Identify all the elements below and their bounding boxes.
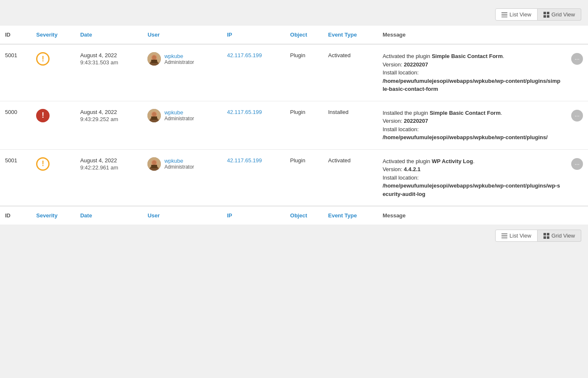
username: wpkube [164, 109, 194, 116]
table-body: 5001 ! August 4, 2022 9:43:31.503 am [0, 44, 588, 206]
bottom-grid-view-label: Grid View [551, 233, 575, 239]
svg-rect-25 [501, 237, 507, 238]
footer-col-header-user: User [142, 206, 222, 225]
row-message: Installed the plugin Simple Basic Contac… [378, 101, 566, 149]
bottom-toolbar: List View Grid View [0, 225, 588, 245]
svg-rect-28 [547, 233, 549, 235]
severity-icon-red: ! [36, 109, 50, 122]
bottom-list-view-button[interactable]: List View [495, 230, 538, 242]
grid-view-button[interactable]: Grid View [538, 8, 581, 21]
col-header-ip: IP [222, 26, 285, 44]
severity-icon-orange: ! [36, 157, 50, 171]
svg-rect-3 [501, 17, 507, 18]
table-row: 5000 ! August 4, 2022 9:43:29.252 am [0, 101, 588, 149]
svg-rect-17 [151, 116, 157, 120]
user-role: Administrator [164, 164, 194, 170]
col-header-actions [566, 26, 588, 44]
activity-log-table: ID Severity Date User IP Object Event Ty… [0, 26, 588, 225]
svg-rect-2 [501, 16, 507, 16]
avatar [147, 109, 161, 122]
col-header-date: Date [75, 26, 142, 44]
table-row: 5001 ! August 4, 2022 9:43:31.503 am [0, 44, 588, 101]
svg-point-15 [152, 112, 156, 116]
more-options-button[interactable]: ··· [571, 110, 583, 122]
svg-rect-4 [543, 12, 546, 14]
list-view-button[interactable]: List View [495, 8, 538, 21]
row-event-type: Activated [323, 44, 378, 101]
footer-col-header-severity: Severity [31, 206, 75, 225]
svg-rect-26 [501, 238, 507, 239]
bottom-grid-view-icon [543, 233, 549, 239]
avatar [147, 157, 161, 171]
row-actions: ··· [566, 149, 588, 206]
grid-view-icon [543, 12, 549, 18]
footer-col-header-message: Message [378, 206, 566, 225]
footer-col-header-object: Object [285, 206, 323, 225]
row-user: wpkube Administrator [142, 44, 222, 101]
table-header: ID Severity Date User IP Object Event Ty… [0, 26, 588, 44]
svg-point-10 [152, 56, 156, 60]
row-event-type: Activated [323, 149, 378, 206]
svg-rect-5 [547, 12, 549, 14]
svg-rect-0 [501, 12, 507, 13]
row-date: August 4, 2022 9:42:22.961 am [75, 149, 142, 206]
ellipsis-icon: ··· [575, 112, 580, 119]
col-header-user: User [142, 26, 222, 44]
col-header-event-type: Event Type [323, 26, 378, 44]
row-user: wpkube Administrator [142, 149, 222, 206]
svg-rect-1 [501, 14, 507, 15]
svg-rect-27 [543, 233, 546, 235]
username: wpkube [164, 158, 194, 164]
footer-col-header-actions [566, 206, 588, 225]
top-toolbar: List View Grid View [0, 5, 588, 26]
footer-col-header-event-type: Event Type [323, 206, 378, 225]
svg-rect-22 [151, 165, 157, 168]
page-wrapper: List View Grid View ID Severity Date [0, 0, 588, 378]
svg-rect-24 [501, 235, 507, 236]
more-options-button[interactable]: ··· [571, 53, 583, 65]
bottom-list-view-icon [501, 233, 507, 239]
svg-rect-6 [543, 15, 546, 18]
row-object: Plugin [285, 101, 323, 149]
col-header-severity: Severity [31, 26, 75, 44]
view-toggle: List View Grid View [495, 8, 581, 21]
row-id: 5000 [0, 101, 31, 149]
ellipsis-icon: ··· [575, 56, 580, 62]
row-user: wpkube Administrator [142, 101, 222, 149]
row-actions: ··· [566, 44, 588, 101]
grid-view-label: Grid View [551, 11, 575, 18]
row-message: Activated the plugin Simple Basic Contac… [378, 44, 566, 101]
row-ip: 42.117.65.199 [222, 44, 285, 101]
col-header-message: Message [378, 26, 566, 44]
svg-rect-7 [547, 15, 549, 18]
list-view-label: List View [509, 11, 531, 18]
svg-rect-29 [543, 236, 546, 239]
row-id: 5001 [0, 44, 31, 101]
row-actions: ··· [566, 101, 588, 149]
row-ip: 42.117.65.199 [222, 149, 285, 206]
bottom-grid-view-button[interactable]: Grid View [538, 230, 581, 242]
col-header-id: ID [0, 26, 31, 44]
avatar [147, 52, 161, 66]
row-message: Activated the plugin WP Activity Log. Ve… [378, 149, 566, 206]
more-options-button[interactable]: ··· [571, 158, 583, 170]
user-role: Administrator [164, 116, 194, 122]
svg-rect-12 [151, 60, 157, 63]
table-row: 5001 ! August 4, 2022 9:42:22.961 am [0, 149, 588, 206]
username: wpkube [164, 53, 194, 59]
ellipsis-icon: ··· [575, 161, 580, 167]
row-severity: ! [31, 44, 75, 101]
bottom-view-toggle: List View Grid View [495, 230, 581, 242]
user-role: Administrator [164, 59, 194, 65]
footer-col-header-date: Date [75, 206, 142, 225]
row-object: Plugin [285, 44, 323, 101]
svg-point-20 [152, 160, 156, 165]
row-date: August 4, 2022 9:43:29.252 am [75, 101, 142, 149]
row-ip: 42.117.65.199 [222, 101, 285, 149]
bottom-list-view-label: List View [509, 233, 531, 239]
col-header-object: Object [285, 26, 323, 44]
row-severity: ! [31, 149, 75, 206]
row-object: Plugin [285, 149, 323, 206]
table-footer-header: ID Severity Date User IP Object Event Ty… [0, 206, 588, 225]
svg-rect-23 [501, 233, 507, 234]
